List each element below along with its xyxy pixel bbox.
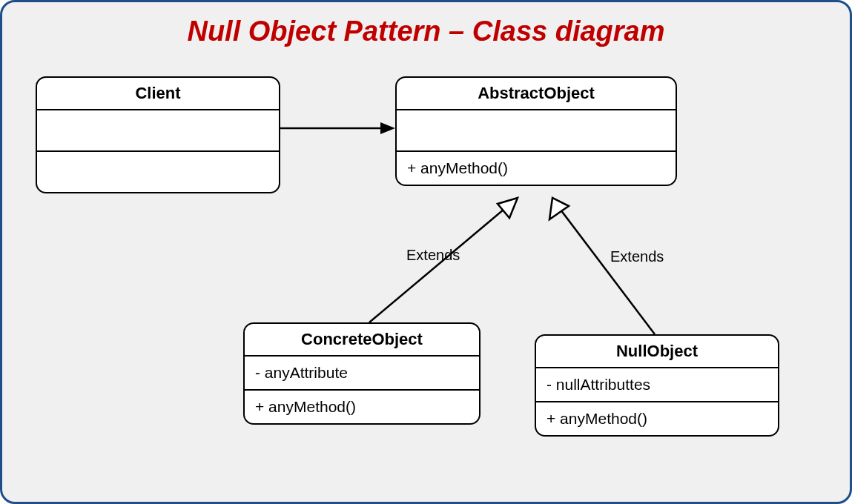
class-abstract-name: AbstractObject [397, 78, 676, 110]
svg-marker-5 [549, 198, 569, 219]
svg-line-4 [558, 207, 655, 334]
class-abstract-methods: + anyMethod() [397, 152, 676, 185]
class-client-methods [37, 152, 279, 192]
diagram-frame: Null Object Pattern – Class diagram Clie… [0, 0, 852, 504]
svg-marker-3 [498, 198, 518, 218]
class-concrete-attrs: - anyAttribute [245, 357, 479, 391]
class-concrete-methods: + anyMethod() [245, 391, 479, 423]
label-extends-concrete: Extends [406, 247, 460, 264]
label-extends-null: Extends [610, 248, 664, 265]
class-nullobj: NullObject - nullAttributtes + anyMethod… [535, 334, 779, 437]
class-client-name: Client [37, 78, 279, 110]
class-concrete-name: ConcreteObject [245, 324, 479, 357]
class-concrete: ConcreteObject - anyAttribute + anyMetho… [243, 322, 481, 425]
class-abstract-attrs [397, 110, 676, 152]
class-abstract: AbstractObject + anyMethod() [395, 76, 677, 186]
diagram-title: Null Object Pattern – Class diagram [2, 16, 850, 47]
svg-marker-1 [380, 122, 395, 134]
class-client-attrs [37, 110, 279, 152]
class-nullobj-attrs: - nullAttributtes [536, 368, 778, 402]
class-nullobj-name: NullObject [536, 336, 778, 368]
class-client: Client [36, 76, 280, 193]
svg-line-2 [369, 205, 509, 322]
class-nullobj-methods: + anyMethod() [536, 402, 778, 435]
